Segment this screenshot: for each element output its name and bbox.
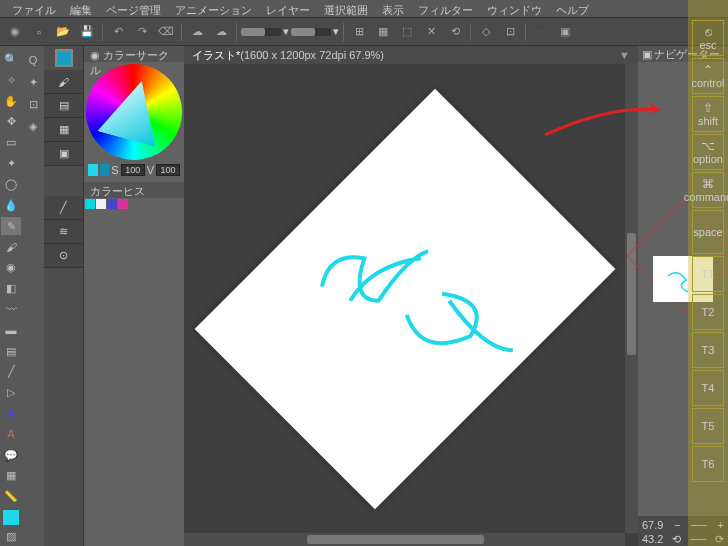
ruler-tool-icon[interactable]: 📏	[1, 487, 21, 506]
color-circle-tab[interactable]: ◉ カラーサークル	[84, 46, 184, 62]
menu-view[interactable]: 表示	[382, 3, 404, 14]
brush-size-slider[interactable]: ▾	[241, 25, 289, 38]
subpanel-brush-icon[interactable]: 🖌	[44, 70, 83, 94]
subtool-1-icon[interactable]: ✦	[23, 72, 43, 92]
snap-icon[interactable]: ⊞	[348, 21, 370, 43]
blend-tool-icon[interactable]: 〰	[1, 300, 21, 319]
text-tool-icon[interactable]: A	[1, 404, 21, 423]
key-t5[interactable]: T5	[692, 408, 724, 444]
subtool-column: 🖌 ▤ ▦ ▣ ╱ ≋ ⊙	[44, 46, 84, 546]
canvas-paper[interactable]	[194, 88, 615, 509]
key-option[interactable]: ⌥option	[692, 134, 724, 170]
menu-window[interactable]: ウィンドウ	[487, 3, 542, 14]
menu-edit[interactable]: 編集	[70, 3, 92, 14]
text-tool2-icon[interactable]: A	[1, 425, 21, 444]
open-icon[interactable]: 📂	[52, 21, 74, 43]
new-icon[interactable]: ▫	[28, 21, 50, 43]
command-bar: ◉ ▫ 📂 💾 ↶ ↷ ⌫ ☁ ☁ ▾ ▾ ⊞ ▦ ⬚ ✕ ⟲ ◇ ⊡ 〰 ▣	[0, 18, 728, 46]
menu-page[interactable]: ページ管理	[106, 3, 161, 14]
clear-icon[interactable]: ⌫	[155, 21, 177, 43]
menu-anim[interactable]: アニメーション	[175, 3, 252, 14]
canvas-viewport[interactable]	[184, 64, 625, 533]
color-history-row[interactable]	[84, 198, 184, 210]
undo-icon[interactable]: ↶	[107, 21, 129, 43]
subpanel-nav-icon[interactable]: ▣	[44, 142, 83, 166]
active-color-swatch[interactable]	[55, 49, 73, 67]
pen-tool-icon[interactable]: ✎	[1, 217, 21, 236]
tab-dropdown-icon[interactable]: ▼	[619, 49, 630, 61]
fill-tool-icon[interactable]: ▬	[1, 321, 21, 340]
color-history-tab[interactable]: カラーヒス	[84, 182, 184, 198]
subtool-q-icon[interactable]: Q	[23, 50, 43, 70]
grid-icon[interactable]: ▦	[372, 21, 394, 43]
eyedrop-tool-icon[interactable]: 💧	[1, 196, 21, 215]
eraser-tool-icon[interactable]: ◧	[1, 279, 21, 298]
menu-select[interactable]: 選択範囲	[324, 3, 368, 14]
ruler-icon[interactable]: ⬚	[396, 21, 418, 43]
save-icon[interactable]: 💾	[76, 21, 98, 43]
key-t1[interactable]: T1	[692, 256, 724, 292]
lasso-tool-icon[interactable]: ◯	[1, 175, 21, 194]
v-value-input[interactable]	[156, 164, 180, 176]
color-swatch-sub[interactable]	[100, 164, 110, 176]
menu-filter[interactable]: フィルター	[418, 3, 473, 14]
angle-value: 43.2	[642, 533, 663, 545]
key-t4[interactable]: T4	[692, 370, 724, 406]
frame-tool-icon[interactable]: ▦	[1, 467, 21, 486]
flip-icon[interactable]: ✕	[420, 21, 442, 43]
menu-layer[interactable]: レイヤー	[266, 3, 310, 14]
rotate-icon[interactable]: ⟲	[444, 21, 466, 43]
wand-tool-icon[interactable]: ✦	[1, 154, 21, 173]
cloud2-icon[interactable]: ☁	[210, 21, 232, 43]
transform-icon[interactable]: ◇	[475, 21, 497, 43]
mesh-icon[interactable]: ⊡	[499, 21, 521, 43]
menu-bar: ファイル 編集 ページ管理 アニメーション レイヤー 選択範囲 表示 フィルター…	[0, 0, 728, 18]
key-esc[interactable]: ⎋esc	[692, 20, 724, 56]
move-tool-icon[interactable]: ✥	[1, 112, 21, 131]
line-tool-icon[interactable]: ╱	[1, 362, 21, 381]
brush-tip-icon[interactable]: 〰	[530, 21, 552, 43]
airbrush-tool-icon[interactable]: ◉	[1, 258, 21, 277]
key-command[interactable]: ⌘command	[692, 172, 724, 208]
hand-tool-icon[interactable]: ✋	[1, 92, 21, 111]
horizontal-scrollbar[interactable]	[184, 533, 625, 546]
tool-palette-b: Q ✦ ⊡ ◈	[22, 46, 44, 546]
select-tool-icon[interactable]: ✧	[1, 71, 21, 90]
color-wheel[interactable]	[86, 64, 182, 160]
subtool-3-icon[interactable]: ◈	[23, 116, 43, 136]
opacity-slider[interactable]: ▾	[291, 25, 339, 38]
key-t2[interactable]: T2	[692, 294, 724, 330]
subpanel-blend-icon[interactable]: ≋	[44, 220, 83, 244]
zoom-out-icon[interactable]: −	[674, 519, 680, 531]
subpanel-pt-icon[interactable]: ⊙	[44, 244, 83, 268]
s-value-input[interactable]	[121, 164, 145, 176]
key-t3[interactable]: T3	[692, 332, 724, 368]
cloud-icon[interactable]: ☁	[186, 21, 208, 43]
key-space[interactable]: space	[692, 210, 724, 254]
subpanel-layer-icon[interactable]: ▤	[44, 94, 83, 118]
gradient-tool-icon[interactable]: ▤	[1, 342, 21, 361]
canvas-tab[interactable]: イラスト* (1600 x 1200px 72dpi 67.9%) ▼	[184, 46, 638, 64]
key-control[interactable]: ⌃control	[692, 58, 724, 94]
rotate-ccw-icon[interactable]: ⟲	[672, 533, 681, 546]
vertical-scrollbar[interactable]	[625, 64, 638, 533]
checker-icon[interactable]: ▨	[1, 527, 21, 546]
menu-help[interactable]: ヘルプ	[556, 3, 589, 14]
color-swatch-main[interactable]	[88, 164, 98, 176]
fg-color-swatch[interactable]	[3, 510, 19, 525]
shape-tool-icon[interactable]: ▷	[1, 383, 21, 402]
brush-tool-icon[interactable]: 🖌	[1, 237, 21, 256]
balloon-tool-icon[interactable]: 💬	[1, 446, 21, 465]
key-t6[interactable]: T6	[692, 446, 724, 482]
redo-icon[interactable]: ↷	[131, 21, 153, 43]
subpanel-stroke-icon[interactable]: ╱	[44, 196, 83, 220]
app-icon[interactable]: ◉	[4, 21, 26, 43]
subtool-2-icon[interactable]: ⊡	[23, 94, 43, 114]
zoom-tool-icon[interactable]: 🔍	[1, 50, 21, 69]
key-shift[interactable]: ⇧shift	[692, 96, 724, 132]
menu-file[interactable]: ファイル	[12, 3, 56, 14]
studio-icon[interactable]: ▣	[554, 21, 576, 43]
subpanel-mat-icon[interactable]: ▦	[44, 118, 83, 142]
marquee-tool-icon[interactable]: ▭	[1, 133, 21, 152]
tool-palette-a: 🔍 ✧ ✋ ✥ ▭ ✦ ◯ 💧 ✎ 🖌 ◉ ◧ 〰 ▬ ▤ ╱ ▷ A A 💬 …	[0, 46, 22, 546]
